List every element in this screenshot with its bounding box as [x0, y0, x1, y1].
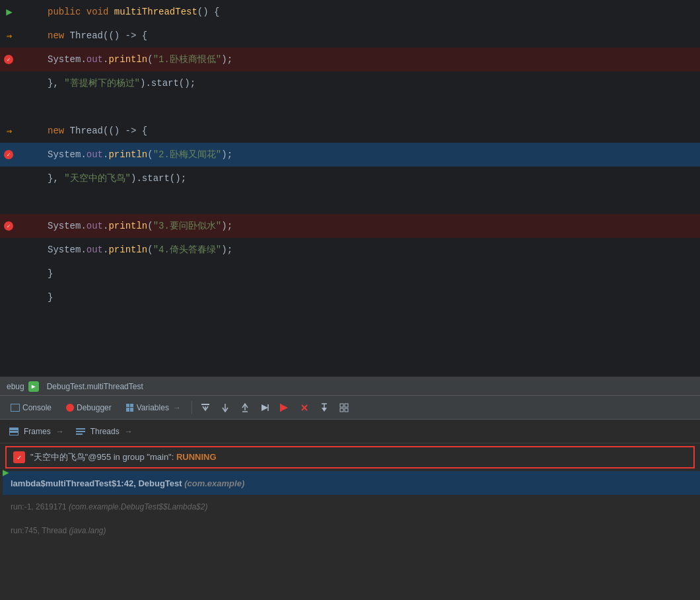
code-text: ).start();: [140, 78, 195, 89]
code-text: Thread(() -> {: [70, 126, 148, 136]
stack-frame-item[interactable]: run:-1, 2619171 (com.example.DebugTest$$…: [0, 495, 700, 519]
grid-view-icon: [339, 402, 349, 413]
grid-view-button[interactable]: [335, 398, 353, 417]
code-text: );: [221, 244, 232, 255]
code-line: ⇒ new Thread(() -> {: [0, 24, 700, 48]
step-over-icon: [200, 402, 211, 413]
code-editor: ▶ public void multiThreadTest() { ⇒ new …: [0, 0, 700, 377]
threads-icon: [76, 428, 85, 435]
tab-variables[interactable]: Variables →: [120, 398, 188, 417]
line-gutter: ✓: [0, 214, 40, 238]
string-literal: "2.卧梅又闻花": [153, 149, 222, 160]
code-content: System.out.println("1.卧枝商恨低");: [40, 48, 700, 71]
method-call: println: [108, 149, 147, 160]
field: out: [87, 244, 103, 255]
svg-rect-12: [345, 404, 348, 407]
code-text: (: [147, 221, 153, 231]
step-into-button[interactable]: [216, 398, 234, 417]
code-text: }: [48, 292, 53, 303]
thread-text-before: "天空中的飞鸟"@955 in group "main":: [30, 452, 176, 462]
stack-frame-text: run:-1, 2619171 (com.example.DebugTest$$…: [11, 502, 207, 511]
code-content: new Thread(() -> {: [40, 24, 700, 48]
stack-frame-item[interactable]: run:745, Thread (java.lang): [0, 519, 700, 543]
line-gutter: ✓: [0, 48, 40, 71]
stack-frame-item[interactable]: lambda$multiThreadTest$1:42, DebugTest (…: [0, 471, 700, 495]
execution-arrow-icon: ▶: [4, 7, 15, 17]
code-line: [0, 309, 700, 333]
code-text: );: [221, 149, 232, 160]
debug-run-icon: ▶: [28, 381, 39, 392]
code-text: ).start();: [131, 173, 186, 184]
stop-icon: [299, 402, 310, 413]
green-arrow-indicator: ▶: [3, 466, 9, 479]
step-into-my-code-icon: [319, 402, 330, 413]
code-line: System.out.println("4.倚头答春绿");: [0, 238, 700, 262]
thread-running-text: "天空中的飞鸟"@955 in group "main": RUNNING: [30, 451, 217, 463]
field: out: [87, 149, 103, 160]
string-literal: "菩提树下的杨过": [64, 78, 140, 89]
line-gutter: [0, 285, 40, 309]
code-text: (: [147, 244, 153, 255]
console-tab-icon: [11, 404, 20, 412]
step-out-button[interactable]: [236, 398, 254, 417]
toolbar-separator: [192, 401, 192, 414]
debug-toolbar: Console Debugger Variables →: [0, 396, 700, 420]
method-call: println: [108, 221, 147, 231]
field: out: [87, 54, 103, 65]
keyword: public: [48, 7, 87, 17]
code-text: },: [48, 173, 64, 184]
method-call: println: [108, 244, 147, 255]
line-gutter: [0, 167, 40, 190]
threads-button[interactable]: Threads →: [71, 423, 138, 440]
string-literal: "4.倚头答春绿": [153, 244, 222, 255]
code-line: [0, 95, 700, 119]
keyword: new: [48, 126, 70, 136]
code-content: new Thread(() -> {: [40, 119, 700, 143]
breakpoint-icon: ✓: [4, 221, 13, 231]
tab-console[interactable]: Console: [4, 398, 58, 417]
code-content: System.out.println("3.要问卧似水");: [40, 214, 700, 238]
code-line: }: [0, 262, 700, 285]
code-content: System.out.println("4.倚头答春绿");: [40, 238, 700, 262]
code-text: },: [48, 78, 64, 89]
frames-threads-bar: Frames → Threads →: [0, 420, 700, 443]
string-literal: "1.卧枝商恨低": [153, 54, 222, 65]
breakpoint-icon: ✓: [4, 55, 13, 64]
thread-running-item[interactable]: ✓ "天空中的飞鸟"@955 in group "main": RUNNING: [5, 446, 695, 469]
line-gutter: [0, 262, 40, 285]
keyword: new: [48, 30, 70, 41]
step-into-my-code-button[interactable]: [315, 398, 333, 417]
breakpoint-icon: ✓: [4, 150, 13, 159]
stop-button[interactable]: [295, 398, 314, 417]
resume-icon: [279, 402, 290, 413]
step-out-icon: [240, 402, 250, 413]
code-line-error: ✓ System.out.println("3.要问卧似水");: [0, 214, 700, 238]
code-line-error: ✓ System.out.println("1.卧枝商恨低");: [0, 48, 700, 71]
string-literal: "3.要问卧似水": [153, 221, 222, 231]
code-text: System.: [48, 149, 87, 160]
resume-button[interactable]: [275, 398, 294, 417]
thread-status: RUNNING: [176, 452, 217, 462]
line-gutter: [0, 95, 40, 119]
code-text: System.: [48, 54, 87, 65]
step-over-button[interactable]: [196, 398, 215, 417]
code-content: }: [40, 262, 700, 285]
code-line: [0, 333, 700, 357]
debug-title: DebugTest.multiThreadTest: [47, 382, 143, 391]
code-text: (: [147, 54, 153, 65]
code-text: System.: [48, 244, 87, 255]
code-line: }, "菩提树下的杨过").start();: [0, 71, 700, 95]
line-gutter: [0, 309, 40, 333]
code-content: System.out.println("2.卧梅又闻花");: [40, 143, 700, 167]
tab-debugger[interactable]: Debugger: [59, 398, 118, 417]
line-gutter: ⇒: [0, 119, 40, 143]
run-to-cursor-button[interactable]: [256, 398, 274, 417]
debug-prefix: ebug: [7, 382, 24, 391]
code-text: );: [221, 54, 232, 65]
variables-tab-label: Variables: [137, 403, 169, 412]
code-content: }, "菩提树下的杨过").start();: [40, 71, 700, 95]
frames-button[interactable]: Frames →: [4, 423, 69, 440]
breakpoint-arrow-icon: ⇒: [4, 30, 15, 41]
code-line: ▶ public void multiThreadTest() {: [0, 0, 700, 24]
console-tab-label: Console: [22, 403, 52, 412]
